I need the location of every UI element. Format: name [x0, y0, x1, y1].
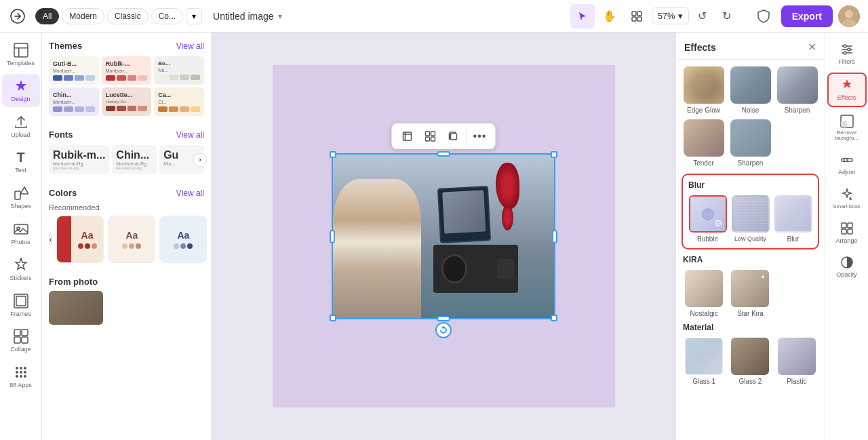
svg-rect-16 [16, 296, 26, 306]
upload-label: Upload [11, 132, 31, 139]
themes-view-all[interactable]: View all [176, 41, 204, 51]
color-nav-prev-btn[interactable]: ‹ [49, 233, 52, 246]
from-photo-preview[interactable] [49, 291, 204, 325]
svg-rect-36 [431, 137, 435, 141]
effects-close-btn[interactable]: ✕ [808, 41, 816, 54]
color-palette-1[interactable]: Aa [56, 216, 104, 263]
blur-card-blur[interactable]: Blur [774, 195, 812, 243]
redo-btn[interactable]: ↻ [716, 5, 738, 27]
theme-card-6[interactable]: Ca... Cl... [154, 87, 204, 116]
cursor-tool-btn[interactable] [570, 4, 595, 28]
mini-sidebar-adjust[interactable]: Adjust [827, 148, 867, 180]
theme-card-1[interactable]: Guti-B... Montserr... [49, 56, 99, 85]
color-palette-2[interactable]: Aa [108, 216, 155, 263]
zoom-control[interactable]: 57% ▾ [652, 7, 689, 24]
effect-card-tender[interactable]: Tender [683, 119, 724, 167]
adjust-label: Adjust [838, 169, 855, 176]
sidebar-item-collage[interactable]: Collage [2, 324, 40, 357]
svg-rect-8 [14, 43, 28, 57]
theme-card-5[interactable]: Lucette... Haskey-Se... [102, 87, 152, 116]
mini-sidebar-effects[interactable]: Effects [827, 73, 867, 107]
user-avatar[interactable] [838, 5, 860, 27]
handle-mid-left[interactable] [330, 230, 335, 243]
material-card-glass1[interactable]: Glass 1 [683, 338, 725, 385]
rose [488, 163, 528, 228]
apps-label: 88 Apps [9, 382, 32, 389]
svg-point-48 [844, 159, 847, 162]
handle-mid-right[interactable] [552, 230, 557, 243]
edge-glow-thumb [684, 66, 724, 104]
color-palette-3[interactable]: Aa [159, 216, 207, 263]
material-card-plastic[interactable]: Plastic [776, 338, 818, 385]
mini-sidebar-smart-tools[interactable]: Smart tools [827, 183, 867, 214]
mini-sidebar-arrange[interactable]: Arrange [827, 217, 867, 249]
kira-card-nostalgic[interactable]: Nostalgic [683, 270, 725, 317]
export-btn[interactable]: Export [781, 5, 833, 27]
sidebar-item-frames[interactable]: Frames [2, 289, 40, 322]
filter-tab-co[interactable]: Co... [151, 8, 183, 24]
undo-btn[interactable]: ↺ [692, 5, 713, 27]
material-grid: Glass 1 Glass 2 Plastic [683, 338, 818, 385]
font-card-2[interactable]: Chin... Montserrat-Rg Montserrat-Rg [112, 145, 157, 174]
sidebar-item-photos[interactable]: Photos [2, 217, 40, 250]
mini-sidebar-remove-bg[interactable]: Remove backgro... [827, 110, 867, 146]
effect-card-sharpen[interactable]: Sharpen [776, 66, 818, 114]
blur-card-bubble[interactable]: Bubble [688, 195, 727, 243]
arrange-icon [840, 221, 854, 236]
blur-card-low-quality[interactable]: Low Quality [731, 195, 770, 243]
fonts-view-all[interactable]: View all [176, 130, 204, 140]
hand-tool-btn[interactable]: ✋ [597, 4, 622, 28]
filter-chevron-btn[interactable]: ▾ [186, 8, 202, 24]
theme-card-2[interactable]: Rubik-... Montserr... [102, 56, 152, 85]
handle-bottom-right[interactable] [551, 315, 557, 321]
shield-btn[interactable] [751, 4, 776, 28]
theme-card-4[interactable]: Chin... Montserr... [49, 87, 99, 116]
filter-tab-modern[interactable]: Modern [62, 8, 104, 24]
handle-bottom-mid[interactable] [437, 316, 450, 321]
kira-card-star-kira[interactable]: ✦ Star Kira [729, 270, 771, 317]
handle-top-mid[interactable] [437, 151, 450, 157]
grid-btn[interactable] [420, 126, 441, 146]
sidebar-item-templates[interactable]: Templates [2, 38, 40, 71]
svg-rect-33 [426, 132, 430, 136]
effect-card-sharpen2[interactable]: Sharpen [730, 119, 771, 167]
font-card-1[interactable]: Rubik-m... Montserrat-Rg Montserrat-Rg [49, 145, 109, 174]
effect-card-noise[interactable]: Noise [730, 66, 771, 114]
effects-panel: Effects ✕ Edge Glow Noise Sharpen [675, 33, 825, 440]
crop-btn[interactable] [397, 126, 418, 146]
material-title: Material [683, 323, 818, 332]
mini-sidebar-filters[interactable]: Filters [827, 38, 867, 70]
copy-btn[interactable] [443, 126, 464, 146]
theme-card-3[interactable]: Bo... Ne... [154, 56, 204, 85]
more-btn[interactable]: ••• [470, 126, 490, 146]
effect-card-edge-glow[interactable]: Edge Glow [683, 66, 724, 114]
selected-image-element[interactable]: ••• [332, 153, 555, 319]
svg-rect-13 [14, 224, 28, 234]
layout-tool-btn[interactable] [625, 4, 649, 28]
rotate-handle[interactable] [435, 322, 452, 338]
star-kira-label: Star Kira [737, 310, 764, 317]
mini-sidebar-opacity[interactable]: Opacity [827, 251, 867, 283]
sidebar-item-design[interactable]: Design [2, 74, 40, 107]
remove-bg-label: Remove backgro... [830, 130, 864, 142]
sidebar-item-stickers[interactable]: Stickers [2, 253, 40, 286]
title-chevron-icon[interactable]: ▾ [278, 12, 282, 21]
fonts-nav-btn[interactable]: › [193, 153, 207, 167]
handle-bottom-left[interactable] [330, 315, 336, 321]
stickers-label: Stickers [9, 275, 31, 282]
sidebar-item-upload[interactable]: Upload [2, 110, 40, 143]
filters-icon [840, 42, 854, 57]
filter-tab-classic[interactable]: Classic [107, 8, 149, 24]
svg-point-28 [20, 375, 22, 378]
filter-tab-all[interactable]: All [35, 8, 59, 24]
colors-view-all[interactable]: View all [176, 188, 204, 198]
edge-glow-label: Edge Glow [687, 106, 720, 114]
photos-icon [13, 221, 29, 237]
svg-marker-12 [20, 187, 28, 194]
sidebar-item-shapes[interactable]: Shapes [2, 181, 40, 214]
handle-top-right[interactable] [551, 151, 557, 158]
handle-top-left[interactable] [330, 151, 336, 158]
sidebar-item-text[interactable]: T Text [2, 145, 40, 178]
material-card-glass2[interactable]: Glass 2 [729, 338, 771, 385]
sidebar-item-apps[interactable]: 88 Apps [2, 360, 40, 393]
